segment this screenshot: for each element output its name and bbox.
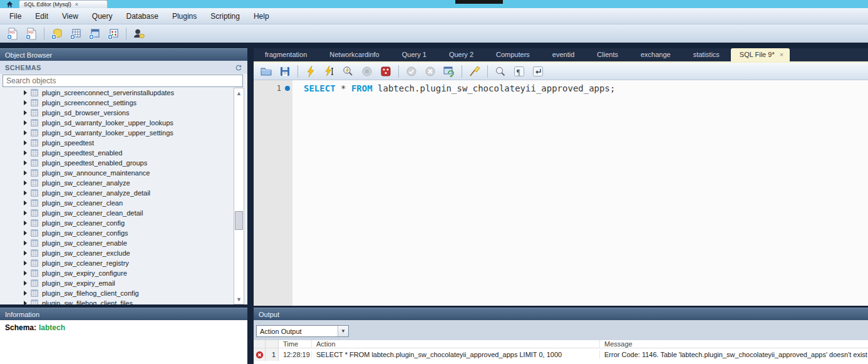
explain-button[interactable] [339,63,357,80]
expand-arrow-icon[interactable] [24,190,27,195]
limit-rows-button[interactable] [377,63,395,80]
tab-eventid[interactable]: eventid [541,48,586,61]
search-input[interactable] [3,75,243,87]
output-filter-select[interactable]: Action Output ▼ [256,325,349,337]
execute-button[interactable] [302,63,319,80]
menu-query[interactable]: Query [85,9,120,23]
expand-arrow-icon[interactable] [24,291,27,296]
menu-plugins[interactable]: Plugins [165,9,204,23]
tree-item-table[interactable]: plugin_sw_expiry_email [0,278,247,288]
new-query-tab-button[interactable] [4,26,21,42]
expand-arrow-icon[interactable] [24,130,27,135]
tree-item-table[interactable]: plugin_speedtest [0,138,247,148]
tree-item-table[interactable]: plugin_sd_warranty_looker_upper_lookups [0,118,247,128]
new-schema-button[interactable] [48,26,66,42]
chevron-down-icon[interactable]: ▼ [338,326,348,336]
tab-sql-file-9-[interactable]: SQL File 9*× [731,48,790,61]
tab-query-1[interactable]: Query 1 [391,48,438,61]
expand-arrow-icon[interactable] [24,221,27,226]
execute-current-button[interactable] [321,63,338,80]
open-file-button[interactable] [257,63,275,80]
tab-networkcardinfo[interactable]: Networkcardinfo [318,48,390,61]
tree-item-table[interactable]: plugin_sw_ccleaner_clean_detail [0,208,247,218]
menu-view[interactable]: View [55,9,85,23]
tab-query-2[interactable]: Query 2 [438,48,485,61]
tree-item-table[interactable]: plugin_sw_ccleaner_analyze [0,178,247,188]
menu-database[interactable]: Database [120,9,165,23]
scroll-down-icon[interactable]: ▼ [234,294,244,304]
manage-users-button[interactable] [130,26,148,42]
tab-computers[interactable]: Computers [485,48,541,61]
tree-item-table[interactable]: plugin_sw_ccleaner_config [0,218,247,228]
stop-button[interactable] [358,63,376,80]
tree-item-table[interactable]: plugin_sw_ccleaner_enable [0,238,247,248]
table-name: plugin_sw_ccleaner_enable [42,239,127,247]
expand-arrow-icon[interactable] [24,110,27,115]
expand-arrow-icon[interactable] [24,180,27,185]
expand-arrow-icon[interactable] [24,261,27,266]
tree-scrollbar[interactable]: ▲ ▼ [234,88,244,304]
expand-arrow-icon[interactable] [24,211,27,216]
commit-button[interactable] [403,63,420,80]
information-body: Schema:labtech [0,320,247,364]
refresh-editor-button[interactable] [440,63,458,80]
rollback-button[interactable] [421,63,439,80]
expand-arrow-icon[interactable] [24,90,27,95]
tab-exchange[interactable]: exchange [629,48,682,61]
tree-item-table[interactable]: plugin_sd_warranty_looker_upper_settings [0,128,247,138]
tree-item-table[interactable]: plugin_sw_ccleaner_configs [0,228,247,238]
tree-item-table[interactable]: plugin_sd_browser_versions [0,108,247,118]
expand-arrow-icon[interactable] [24,170,27,175]
menu-file[interactable]: File [3,9,28,23]
expand-arrow-icon[interactable] [24,140,27,145]
menu-scripting[interactable]: Scripting [204,9,247,23]
expand-arrow-icon[interactable] [24,301,27,304]
new-view-button[interactable] [86,26,103,42]
close-icon[interactable]: × [780,51,783,58]
tree-item-table[interactable]: plugin_sw_filehog_client_config [0,288,247,298]
expand-arrow-icon[interactable] [24,100,27,105]
sql-editor-window-tab[interactable]: SQL Editor (Mysql) × [19,0,108,8]
tab-clients[interactable]: Clients [586,48,629,61]
tree-item-table[interactable]: plugin_sw_expiry_configure [0,268,247,278]
menu-edit[interactable]: Edit [28,9,55,23]
expand-arrow-icon[interactable] [24,241,27,246]
refresh-icon[interactable] [235,64,242,71]
scrollbar-thumb[interactable] [235,211,243,230]
save-button[interactable] [276,63,294,80]
expand-arrow-icon[interactable] [24,200,27,205]
tab-statistics[interactable]: statistics [682,48,731,61]
tree-item-table[interactable]: plugin_sw_ccleaner_analyze_detail [0,188,247,198]
menu-help[interactable]: Help [247,9,276,23]
open-sql-script-button[interactable] [23,26,40,42]
tree-item-table[interactable]: plugin_sw_announce_maintenance [0,168,247,178]
tree-item-table[interactable]: plugin_sw_ccleaner_clean [0,198,247,208]
tree-item-table[interactable]: plugin_sw_ccleaner_exclude [0,248,247,258]
tree-item-table[interactable]: plugin_speedtest_enabled_groups [0,158,247,168]
sql-editor[interactable]: 1 SELECT * FROM labtech.plugin_sw_chocol… [254,80,868,306]
scroll-up-icon[interactable]: ▲ [234,88,244,98]
tree-item-table[interactable]: plugin_screenconnect_settings [0,98,247,108]
tree-item-table[interactable]: plugin_sw_filehog_client_files [0,298,247,304]
new-routine-button[interactable] [105,26,122,42]
output-row[interactable]: 112:28:19SELECT * FROM labtech.plugin_sw… [254,348,868,361]
expand-arrow-icon[interactable] [24,281,27,286]
tab-fragmentation[interactable]: fragmentation [254,48,318,61]
invisibles-button[interactable] [510,63,528,80]
tree-item-table[interactable]: plugin_speedtest_enabled [0,148,247,158]
expand-arrow-icon[interactable] [24,231,27,236]
home-tab[interactable] [0,0,19,8]
wrap-text-button[interactable] [529,63,547,80]
beautify-button[interactable] [466,63,483,80]
tree-item-table[interactable]: plugin_sw_ccleaner_registry [0,258,247,268]
panel-splitter[interactable] [247,43,254,364]
expand-arrow-icon[interactable] [24,150,27,155]
tree-item-table[interactable]: plugin_screenconnect_serverinstallupdate… [0,88,247,98]
close-icon[interactable]: × [75,1,78,8]
expand-arrow-icon[interactable] [24,271,27,276]
expand-arrow-icon[interactable] [24,251,27,256]
find-button[interactable] [492,63,509,80]
new-table-button[interactable] [67,26,85,42]
expand-arrow-icon[interactable] [24,160,27,165]
expand-arrow-icon[interactable] [24,120,27,125]
